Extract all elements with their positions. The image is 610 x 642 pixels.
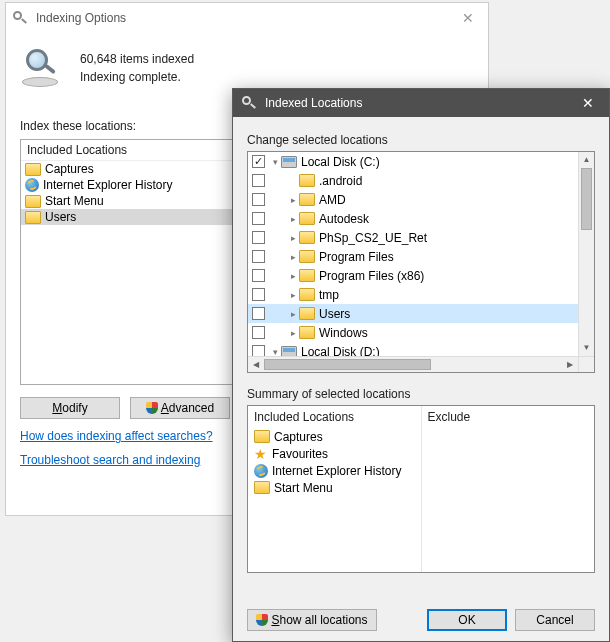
scroll-thumb[interactable] bbox=[581, 168, 592, 230]
checkbox[interactable] bbox=[252, 307, 265, 320]
cancel-button[interactable]: Cancel bbox=[515, 609, 595, 631]
vertical-scrollbar[interactable]: ▲ ▼ bbox=[578, 152, 594, 356]
close-icon[interactable]: ✕ bbox=[454, 8, 482, 28]
scroll-thumb[interactable] bbox=[264, 359, 431, 370]
summary-included-header: Included Locations bbox=[252, 408, 417, 428]
folder-icon bbox=[25, 163, 41, 176]
checkbox[interactable] bbox=[252, 174, 265, 187]
folder-icon bbox=[254, 430, 270, 443]
scroll-down-icon[interactable]: ▼ bbox=[579, 340, 594, 356]
list-item[interactable]: Captures bbox=[252, 428, 417, 445]
list-item-label: Internet Explorer History bbox=[272, 464, 401, 478]
locations-title: Indexed Locations bbox=[265, 96, 561, 110]
list-item[interactable]: Internet Explorer History bbox=[252, 462, 417, 479]
troubleshoot-link[interactable]: Troubleshoot search and indexing bbox=[20, 453, 200, 467]
checkbox[interactable] bbox=[252, 326, 265, 339]
tree-row[interactable]: ▸ Program Files bbox=[248, 247, 578, 266]
advanced-button[interactable]: Advanced bbox=[130, 397, 230, 419]
chevron-down-icon[interactable]: ▾ bbox=[269, 347, 281, 357]
shield-icon bbox=[256, 614, 268, 626]
list-item[interactable]: ★Favourites bbox=[252, 445, 417, 462]
scroll-up-icon[interactable]: ▲ bbox=[579, 152, 594, 168]
change-locations-label: Change selected locations bbox=[247, 133, 595, 147]
tree-row[interactable]: ▸ AMD bbox=[248, 190, 578, 209]
tree-row[interactable]: ▾ Local Disk (C:) bbox=[248, 152, 578, 171]
tree-item-label: Windows bbox=[319, 326, 368, 340]
summary-included-column: Included Locations Captures★FavouritesIn… bbox=[248, 406, 421, 572]
tree-row[interactable]: ▾ Local Disk (D:) bbox=[248, 342, 578, 356]
tree-item-label: .android bbox=[319, 174, 362, 188]
close-icon[interactable]: ✕ bbox=[567, 89, 609, 117]
magnifier-icon bbox=[12, 10, 28, 26]
summary-label: Summary of selected locations bbox=[247, 387, 595, 401]
tree-item-label: AMD bbox=[319, 193, 346, 207]
chevron-right-icon[interactable]: ▸ bbox=[287, 290, 299, 300]
summary-exclude-column: Exclude bbox=[421, 406, 595, 572]
checkbox[interactable] bbox=[252, 193, 265, 206]
tree-row[interactable]: · .android bbox=[248, 171, 578, 190]
ie-icon bbox=[254, 464, 268, 478]
chevron-right-icon[interactable]: ▸ bbox=[287, 271, 299, 281]
locations-titlebar[interactable]: Indexed Locations ✕ bbox=[233, 89, 609, 117]
tree-row[interactable]: ▸ PhSp_CS2_UE_Ret bbox=[248, 228, 578, 247]
tree-item-label: Users bbox=[319, 307, 350, 321]
tree-row[interactable]: ▸ Autodesk bbox=[248, 209, 578, 228]
tree-row[interactable]: ▸ Windows bbox=[248, 323, 578, 342]
folder-icon bbox=[299, 269, 315, 282]
items-indexed: 60,648 items indexed bbox=[80, 50, 194, 68]
folder-icon bbox=[299, 250, 315, 263]
ie-icon bbox=[25, 178, 39, 192]
status-text: 60,648 items indexed Indexing complete. bbox=[80, 50, 194, 86]
folder-icon bbox=[299, 307, 315, 320]
indexed-locations-dialog: Indexed Locations ✕ Change selected loca… bbox=[232, 88, 610, 642]
show-all-locations-button[interactable]: Show all locations bbox=[247, 609, 377, 631]
folder-icon bbox=[25, 195, 41, 208]
chevron-down-icon[interactable]: ▾ bbox=[269, 157, 281, 167]
chevron-right-icon[interactable]: ▸ bbox=[287, 233, 299, 243]
indexing-status: Indexing complete. bbox=[80, 68, 194, 86]
locations-tree: ▾ Local Disk (C:)· .android▸ AMD▸ Autode… bbox=[247, 151, 595, 373]
checkbox[interactable] bbox=[252, 269, 265, 282]
list-item[interactable]: Start Menu bbox=[252, 479, 417, 496]
horizontal-scrollbar[interactable]: ◀ ▶ bbox=[248, 356, 578, 372]
modify-button[interactable]: Modify bbox=[20, 397, 120, 419]
folder-icon bbox=[299, 174, 315, 187]
summary-exclude-header: Exclude bbox=[426, 408, 591, 428]
drive-icon bbox=[281, 346, 297, 357]
chevron-right-icon[interactable]: ▸ bbox=[287, 328, 299, 338]
checkbox[interactable] bbox=[252, 250, 265, 263]
tree-row[interactable]: ▸ Program Files (x86) bbox=[248, 266, 578, 285]
checkbox[interactable] bbox=[252, 212, 265, 225]
shield-icon bbox=[146, 402, 158, 414]
checkbox[interactable] bbox=[252, 288, 265, 301]
checkbox[interactable] bbox=[252, 231, 265, 244]
tree-item-label: Local Disk (D:) bbox=[301, 345, 380, 357]
magnifier-large-icon bbox=[20, 47, 62, 89]
help-link[interactable]: How does indexing affect searches? bbox=[20, 429, 213, 443]
tree-item-label: Local Disk (C:) bbox=[301, 155, 380, 169]
tree-item-label: PhSp_CS2_UE_Ret bbox=[319, 231, 427, 245]
ok-button[interactable]: OK bbox=[427, 609, 507, 631]
options-titlebar[interactable]: Indexing Options ✕ bbox=[6, 3, 488, 33]
chevron-right-icon[interactable]: ▸ bbox=[287, 195, 299, 205]
tree-item-label: Program Files bbox=[319, 250, 394, 264]
folder-icon bbox=[299, 288, 315, 301]
tree-item-label: tmp bbox=[319, 288, 339, 302]
chevron-right-icon: · bbox=[287, 176, 299, 186]
magnifier-icon bbox=[241, 95, 257, 111]
chevron-right-icon[interactable]: ▸ bbox=[287, 252, 299, 262]
tree-row[interactable]: ▸ tmp bbox=[248, 285, 578, 304]
list-item-label: Captures bbox=[274, 430, 323, 444]
checkbox[interactable] bbox=[252, 345, 265, 356]
list-item-label: Favourites bbox=[272, 447, 328, 461]
scroll-left-icon[interactable]: ◀ bbox=[248, 357, 264, 372]
list-item-label: Start Menu bbox=[274, 481, 333, 495]
chevron-right-icon[interactable]: ▸ bbox=[287, 214, 299, 224]
checkbox[interactable] bbox=[252, 155, 265, 168]
folder-icon bbox=[299, 212, 315, 225]
tree-row[interactable]: ▸ Users bbox=[248, 304, 578, 323]
folder-icon bbox=[299, 326, 315, 339]
folder-icon bbox=[254, 481, 270, 494]
scroll-right-icon[interactable]: ▶ bbox=[562, 357, 578, 372]
chevron-right-icon[interactable]: ▸ bbox=[287, 309, 299, 319]
